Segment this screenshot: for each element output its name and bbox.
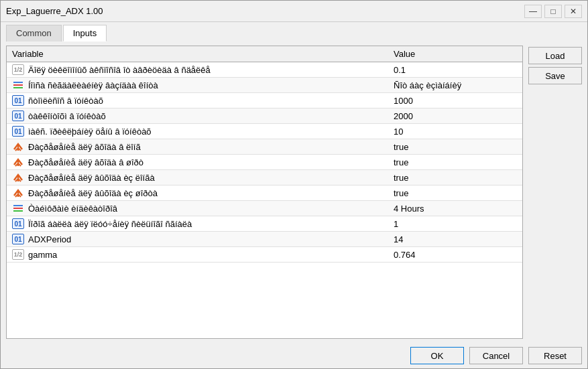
variable-cell: Òàéìôðàìè èíäèêàòîðîâ	[7, 201, 388, 216]
table-row: Ðàçðåøåíèå äëÿ âûõîäà èç øîðòàtrue	[7, 186, 522, 201]
table-row: 1/2Äîëÿ öèêëîìîíûõ àêñïîñîâ îò àâðèöèäà …	[7, 62, 522, 78]
arrow-icon	[12, 141, 24, 152]
variable-cell: Ðàçðåøåíèå äëÿ âûõîäà èç ëîíãà	[7, 170, 388, 186]
reset-button[interactable]: Reset	[528, 347, 582, 364]
variable-cell: Íîìñà ñèãäàëèàéíèÿ âàçíäàà êîíòà	[7, 78, 388, 93]
col-value-header: Value	[388, 46, 522, 62]
variable-name: ñòîìëèñîñ â ïóíêòàõ	[28, 96, 103, 106]
table-row: Ðàçðåøåíèå äëÿ âõîäà â øîðòtrue	[7, 155, 522, 170]
tab-inputs[interactable]: Inputs	[63, 25, 107, 42]
variable-name: Ïîðîã áàëëà äëÿ ïëóó÷åíèÿ ñèëüíîãî ñãíàë…	[28, 219, 192, 229]
value-cell: 0.1	[388, 62, 522, 78]
variable-cell: 1/2Äîëÿ öèêëîìîíûõ àêñïîñîâ îò àâðèöèäà …	[7, 62, 388, 78]
int-icon: 01	[12, 234, 24, 244]
variable-cell: 01òàêêîíòîõì â ïóíêòàõ	[7, 108, 388, 124]
arrow-icon	[12, 157, 24, 167]
variable-cell: 01Ïîðîã áàëëà äëÿ ïëóó÷åíèÿ ñèëüíîãî ñãí…	[7, 216, 388, 232]
value-cell: 14	[388, 232, 522, 247]
variable-name: Òàéìôðàìè èíäèêàòîðîâ	[28, 204, 117, 214]
tabs-bar: Common Inputs	[1, 22, 587, 42]
variable-name: òàêêîíòîõì â ïóíêòàõ	[28, 111, 106, 121]
variable-cell: 01ñòîìëèñîñ â ïóíêòàõ	[7, 93, 388, 108]
close-button[interactable]: ✕	[565, 5, 582, 18]
int-icon: 01	[12, 126, 24, 137]
value-cell: 2000	[388, 108, 522, 124]
col-variable-header: Variable	[7, 46, 388, 62]
table-row: 01Ïîðîã áàëëà äëÿ ïëóó÷åíèÿ ñèëüíîãî ñãí…	[7, 216, 522, 232]
table-row: 01ìàêñ. ïðèêëþáíèÿ öåíû â ïóíêòàõ10	[7, 124, 522, 139]
value-cell: true	[388, 139, 522, 155]
variable-name: Ðàçðåøåíèå äëÿ âûõîäà èç ëîíãà	[28, 173, 155, 183]
table-row: 1/2gamma0.764	[7, 247, 522, 263]
lines-icon	[12, 203, 24, 214]
variable-cell: Ðàçðåøåíèå äëÿ âûõîäà èç øîðòà	[7, 186, 388, 201]
variable-name: Ðàçðåøåíèå äëÿ âûõîäà èç øîðòà	[28, 188, 158, 198]
variable-name: ADXPeriod	[28, 234, 71, 244]
table-row: Ðàçðåøåíèå äëÿ âõîäà â ëîíãtrue	[7, 139, 522, 155]
title-bar: Exp_Laguerre_ADX 1.00 — □ ✕	[1, 1, 587, 22]
value-cell: 0.764	[388, 247, 522, 263]
variable-name: Íîìñà ñèãäàëèàéíèÿ âàçíäàà êîíòà	[28, 80, 158, 90]
dialog-buttons-row: OK Cancel Reset	[1, 344, 587, 368]
value-cell: true	[388, 186, 522, 201]
window-title: Exp_Laguerre_ADX 1.00	[6, 6, 103, 16]
variable-cell: 01ADXPeriod	[7, 232, 388, 247]
value-cell: 1	[388, 216, 522, 232]
table-row: Ðàçðåøåíèå äëÿ âûõîäà èç ëîíãàtrue	[7, 170, 522, 186]
table-row: 01ñòîìëèñîñ â ïóíêòàõ1000	[7, 93, 522, 108]
lines-icon	[12, 80, 24, 90]
int-icon: 01	[12, 110, 24, 121]
variable-name: Ðàçðåøåíèå äëÿ âõîäà â øîðò	[28, 157, 143, 167]
half-icon: 1/2	[12, 249, 24, 260]
variable-cell: 01ìàêñ. ïðèêëþáíèÿ öåíû â ïóíêòàõ	[7, 124, 388, 139]
value-cell: Ñîò áàç èçìàíáíèÿ	[388, 78, 522, 93]
variable-cell: Ðàçðåøåíèå äëÿ âõîäà â ëîíã	[7, 139, 388, 155]
int-icon: 01	[12, 95, 24, 106]
value-cell: true	[388, 155, 522, 170]
value-cell: true	[388, 170, 522, 186]
save-button[interactable]: Save	[528, 67, 582, 84]
main-window: Exp_Laguerre_ADX 1.00 — □ ✕ Common Input…	[0, 0, 588, 369]
variable-cell: 1/2gamma	[7, 247, 388, 263]
value-cell: 4 Hours	[388, 201, 522, 216]
variable-name: Äîëÿ öèêëîìîíûõ àêñïîñîâ îò àâðèöèäà â ñ…	[28, 65, 211, 75]
variable-name: Ðàçðåøåíèå äëÿ âõîäà â ëîíã	[28, 142, 141, 152]
variable-name: ìàêñ. ïðèêëþáíèÿ öåíû â ïóíêòàõ	[28, 127, 152, 137]
maximize-button[interactable]: □	[544, 5, 562, 18]
arrow-icon	[12, 172, 24, 183]
variable-name: gamma	[28, 250, 57, 260]
load-button[interactable]: Load	[528, 47, 582, 64]
variables-table-container: Variable Value 1/2Äîëÿ öèêëîìîíûõ àêñïîñ…	[6, 46, 523, 339]
variables-table: Variable Value 1/2Äîëÿ öèêëîìîíûõ àêñïîñ…	[7, 46, 522, 263]
content-area: Variable Value 1/2Äîëÿ öèêëîìîíûõ àêñïîñ…	[1, 42, 587, 344]
variable-cell: Ðàçðåøåíèå äëÿ âõîäà â øîðò	[7, 155, 388, 170]
ok-button[interactable]: OK	[410, 347, 464, 364]
minimize-button[interactable]: —	[524, 5, 542, 18]
tab-common[interactable]: Common	[6, 25, 62, 42]
arrow-icon	[12, 188, 24, 198]
load-save-panel: Load Save	[528, 46, 582, 339]
value-cell: 1000	[388, 93, 522, 108]
table-row: 01ADXPeriod14	[7, 232, 522, 247]
table-row: Íîìñà ñèãäàëèàéíèÿ âàçíäàà êîíòàÑîò áàç …	[7, 78, 522, 93]
half-icon: 1/2	[12, 64, 24, 75]
value-cell: 10	[388, 124, 522, 139]
table-row: Òàéìôðàìè èíäèêàòîðîâ4 Hours	[7, 201, 522, 216]
table-row: 01òàêêîíòîõì â ïóíêòàõ2000	[7, 108, 522, 124]
int-icon: 01	[12, 218, 24, 229]
window-controls: — □ ✕	[524, 5, 582, 18]
cancel-button[interactable]: Cancel	[469, 347, 523, 364]
